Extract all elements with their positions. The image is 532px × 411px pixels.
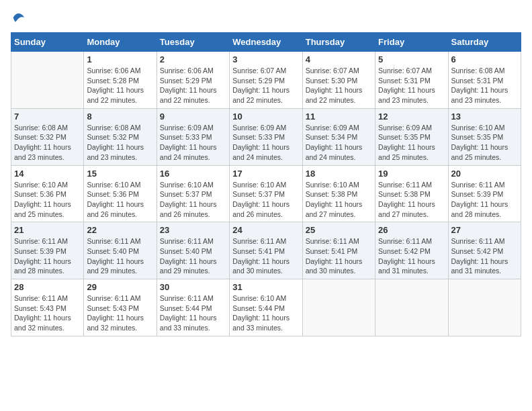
- calendar-cell: 13Sunrise: 6:10 AM Sunset: 5:35 PM Dayli…: [448, 108, 521, 165]
- day-info: Sunrise: 6:07 AM Sunset: 5:31 PM Dayligh…: [378, 66, 445, 105]
- day-info: Sunrise: 6:08 AM Sunset: 5:32 PM Dayligh…: [87, 123, 153, 163]
- day-number: 16: [160, 169, 226, 179]
- day-number: 1: [87, 54, 153, 64]
- day-number: 3: [232, 54, 299, 64]
- day-number: 26: [378, 225, 445, 235]
- day-number: 2: [160, 54, 226, 64]
- calendar-week-row-4: 21Sunrise: 6:11 AM Sunset: 5:39 PM Dayli…: [11, 222, 521, 279]
- calendar-header-monday: Monday: [84, 33, 157, 52]
- calendar-header-row: SundayMondayTuesdayWednesdayThursdayFrid…: [11, 33, 521, 52]
- day-number: 5: [378, 54, 445, 64]
- day-number: 28: [14, 282, 81, 292]
- day-info: Sunrise: 6:11 AM Sunset: 5:42 PM Dayligh…: [451, 236, 518, 276]
- day-info: Sunrise: 6:10 AM Sunset: 5:35 PM Dayligh…: [451, 123, 518, 163]
- calendar-cell: 7Sunrise: 6:08 AM Sunset: 5:32 PM Daylig…: [11, 108, 84, 165]
- calendar-header-friday: Friday: [375, 33, 448, 52]
- calendar-cell: [11, 52, 84, 109]
- day-info: Sunrise: 6:11 AM Sunset: 5:41 PM Dayligh…: [232, 236, 299, 276]
- calendar-table: SundayMondayTuesdayWednesdayThursdayFrid…: [11, 32, 521, 336]
- day-info: Sunrise: 6:08 AM Sunset: 5:31 PM Dayligh…: [451, 66, 518, 105]
- calendar-cell: 23Sunrise: 6:11 AM Sunset: 5:40 PM Dayli…: [157, 222, 229, 279]
- day-info: Sunrise: 6:11 AM Sunset: 5:42 PM Dayligh…: [378, 236, 445, 276]
- day-info: Sunrise: 6:09 AM Sunset: 5:33 PM Dayligh…: [160, 123, 226, 163]
- calendar-cell: 9Sunrise: 6:09 AM Sunset: 5:33 PM Daylig…: [157, 108, 229, 165]
- calendar-cell: 24Sunrise: 6:11 AM Sunset: 5:41 PM Dayli…: [230, 222, 302, 279]
- day-number: 27: [451, 225, 518, 235]
- calendar-cell: 21Sunrise: 6:11 AM Sunset: 5:39 PM Dayli…: [11, 222, 84, 279]
- day-info: Sunrise: 6:07 AM Sunset: 5:29 PM Dayligh…: [232, 66, 299, 105]
- day-info: Sunrise: 6:10 AM Sunset: 5:38 PM Dayligh…: [306, 180, 372, 220]
- day-info: Sunrise: 6:10 AM Sunset: 5:37 PM Dayligh…: [160, 180, 226, 220]
- calendar-header-sunday: Sunday: [11, 33, 84, 52]
- calendar-cell: 27Sunrise: 6:11 AM Sunset: 5:42 PM Dayli…: [448, 222, 521, 279]
- calendar-cell: 28Sunrise: 6:11 AM Sunset: 5:43 PM Dayli…: [11, 279, 84, 336]
- day-number: 17: [232, 169, 299, 179]
- day-number: 11: [306, 111, 372, 122]
- day-info: Sunrise: 6:09 AM Sunset: 5:34 PM Dayligh…: [306, 123, 372, 163]
- calendar-cell: 2Sunrise: 6:06 AM Sunset: 5:29 PM Daylig…: [157, 52, 229, 109]
- calendar-cell: 22Sunrise: 6:11 AM Sunset: 5:40 PM Dayli…: [84, 222, 157, 279]
- day-number: 18: [306, 169, 372, 179]
- day-number: 19: [378, 169, 445, 179]
- calendar-cell: 18Sunrise: 6:10 AM Sunset: 5:38 PM Dayli…: [302, 165, 375, 222]
- day-number: 23: [160, 225, 226, 235]
- day-number: 7: [14, 111, 81, 122]
- calendar-header-saturday: Saturday: [448, 33, 521, 52]
- calendar-week-row-3: 14Sunrise: 6:10 AM Sunset: 5:36 PM Dayli…: [11, 165, 521, 222]
- day-number: 21: [14, 225, 81, 235]
- day-number: 8: [87, 111, 153, 122]
- calendar-week-row-5: 28Sunrise: 6:11 AM Sunset: 5:43 PM Dayli…: [11, 279, 521, 336]
- day-number: 13: [451, 111, 518, 122]
- day-info: Sunrise: 6:10 AM Sunset: 5:44 PM Dayligh…: [232, 293, 299, 333]
- calendar-cell: [302, 279, 375, 336]
- day-number: 30: [160, 282, 226, 292]
- day-info: Sunrise: 6:10 AM Sunset: 5:36 PM Dayligh…: [14, 180, 81, 220]
- day-info: Sunrise: 6:10 AM Sunset: 5:37 PM Dayligh…: [232, 180, 299, 220]
- calendar-cell: 30Sunrise: 6:11 AM Sunset: 5:44 PM Dayli…: [157, 279, 229, 336]
- day-number: 25: [306, 225, 372, 235]
- day-number: 14: [14, 169, 81, 179]
- page-header: [11, 11, 521, 24]
- logo-icon: [12, 11, 26, 24]
- calendar-cell: 6Sunrise: 6:08 AM Sunset: 5:31 PM Daylig…: [448, 52, 521, 109]
- day-info: Sunrise: 6:11 AM Sunset: 5:44 PM Dayligh…: [160, 293, 226, 333]
- calendar-week-row-2: 7Sunrise: 6:08 AM Sunset: 5:32 PM Daylig…: [11, 108, 521, 165]
- calendar-cell: 8Sunrise: 6:08 AM Sunset: 5:32 PM Daylig…: [84, 108, 157, 165]
- day-number: 24: [232, 225, 299, 235]
- calendar-cell: 15Sunrise: 6:10 AM Sunset: 5:36 PM Dayli…: [84, 165, 157, 222]
- calendar-cell: 25Sunrise: 6:11 AM Sunset: 5:41 PM Dayli…: [302, 222, 375, 279]
- calendar-header-tuesday: Tuesday: [157, 33, 229, 52]
- day-number: 20: [451, 169, 518, 179]
- calendar-cell: 17Sunrise: 6:10 AM Sunset: 5:37 PM Dayli…: [230, 165, 302, 222]
- calendar-header-wednesday: Wednesday: [230, 33, 302, 52]
- day-info: Sunrise: 6:11 AM Sunset: 5:43 PM Dayligh…: [87, 293, 153, 333]
- calendar-cell: 19Sunrise: 6:11 AM Sunset: 5:38 PM Dayli…: [375, 165, 448, 222]
- day-info: Sunrise: 6:11 AM Sunset: 5:39 PM Dayligh…: [451, 180, 518, 220]
- day-info: Sunrise: 6:11 AM Sunset: 5:41 PM Dayligh…: [306, 236, 372, 276]
- day-info: Sunrise: 6:06 AM Sunset: 5:28 PM Dayligh…: [87, 66, 153, 105]
- day-info: Sunrise: 6:10 AM Sunset: 5:36 PM Dayligh…: [87, 180, 153, 220]
- day-info: Sunrise: 6:11 AM Sunset: 5:40 PM Dayligh…: [87, 236, 153, 276]
- day-number: 10: [232, 111, 299, 122]
- calendar-cell: 3Sunrise: 6:07 AM Sunset: 5:29 PM Daylig…: [230, 52, 302, 109]
- day-number: 4: [306, 54, 372, 64]
- day-number: 9: [160, 111, 226, 122]
- calendar-cell: 4Sunrise: 6:07 AM Sunset: 5:30 PM Daylig…: [302, 52, 375, 109]
- calendar-cell: 1Sunrise: 6:06 AM Sunset: 5:28 PM Daylig…: [84, 52, 157, 109]
- day-number: 22: [87, 225, 153, 235]
- day-info: Sunrise: 6:06 AM Sunset: 5:29 PM Dayligh…: [160, 66, 226, 105]
- calendar-cell: 5Sunrise: 6:07 AM Sunset: 5:31 PM Daylig…: [375, 52, 448, 109]
- calendar-cell: 10Sunrise: 6:09 AM Sunset: 5:33 PM Dayli…: [230, 108, 302, 165]
- day-info: Sunrise: 6:09 AM Sunset: 5:35 PM Dayligh…: [378, 123, 445, 163]
- calendar-cell: 20Sunrise: 6:11 AM Sunset: 5:39 PM Dayli…: [448, 165, 521, 222]
- day-info: Sunrise: 6:11 AM Sunset: 5:39 PM Dayligh…: [14, 236, 81, 276]
- calendar-cell: 11Sunrise: 6:09 AM Sunset: 5:34 PM Dayli…: [302, 108, 375, 165]
- day-number: 12: [378, 111, 445, 122]
- day-info: Sunrise: 6:11 AM Sunset: 5:43 PM Dayligh…: [14, 293, 81, 333]
- calendar-cell: 29Sunrise: 6:11 AM Sunset: 5:43 PM Dayli…: [84, 279, 157, 336]
- calendar-cell: 26Sunrise: 6:11 AM Sunset: 5:42 PM Dayli…: [375, 222, 448, 279]
- day-info: Sunrise: 6:11 AM Sunset: 5:40 PM Dayligh…: [160, 236, 226, 276]
- calendar-cell: 31Sunrise: 6:10 AM Sunset: 5:44 PM Dayli…: [230, 279, 302, 336]
- calendar-cell: 14Sunrise: 6:10 AM Sunset: 5:36 PM Dayli…: [11, 165, 84, 222]
- logo: [11, 11, 26, 24]
